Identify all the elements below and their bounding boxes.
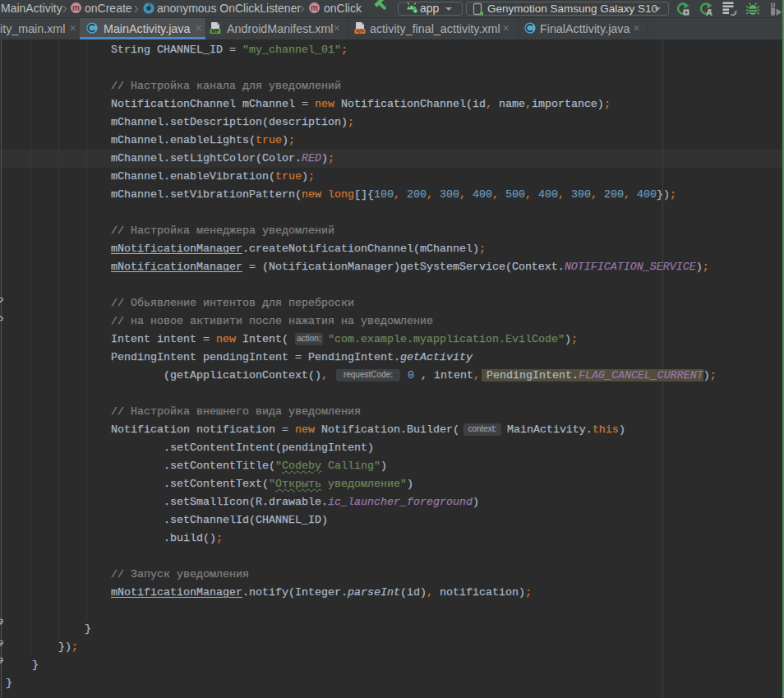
svg-text:A: A [706,7,713,17]
svg-text:MF: MF [211,28,219,34]
svg-text:</>: </> [356,28,364,34]
